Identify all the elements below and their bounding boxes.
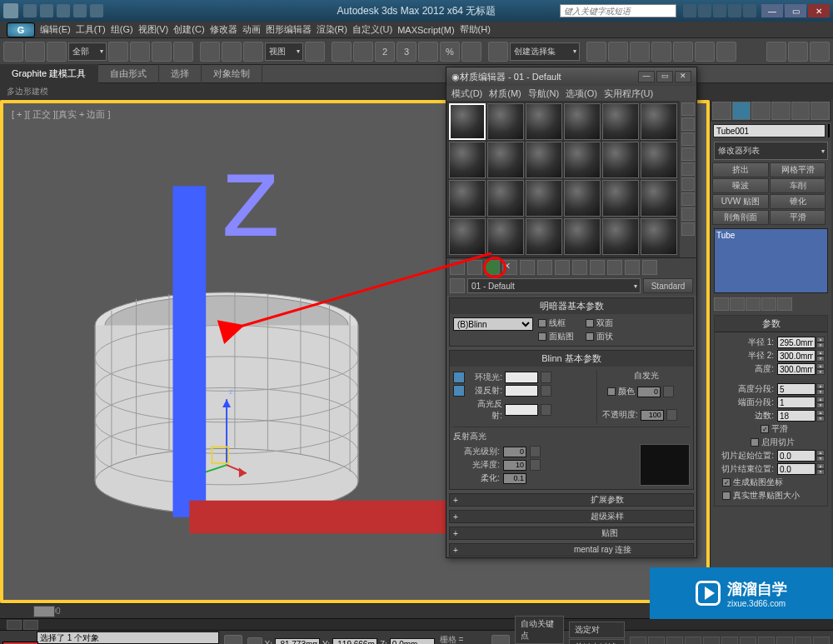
go-to-parent-icon[interactable] [625,260,640,275]
sample-slot-1[interactable] [449,103,486,140]
sample-slot-20[interactable] [487,218,524,255]
pan-icon[interactable] [721,637,738,645]
ambient-swatch[interactable] [505,372,538,383]
diffuse-lock-icon[interactable] [453,385,465,397]
background-icon[interactable] [681,132,695,146]
sample-slot-4[interactable] [564,103,601,140]
diffuse-map-btn[interactable] [541,385,551,397]
spec-level-map-btn[interactable] [530,446,541,457]
tab-display-icon[interactable] [791,102,811,120]
specular-map-btn[interactable] [541,404,551,416]
sample-slot-6[interactable] [641,103,677,140]
glossiness-map-btn[interactable] [530,459,541,471]
menu-edit[interactable]: 编辑(E) [40,23,71,36]
move-icon[interactable] [200,42,220,62]
make-copy-icon[interactable] [520,260,535,275]
configure-sets-icon[interactable] [777,297,792,311]
make-unique-icon[interactable] [746,297,761,311]
angle-snap-icon[interactable] [418,42,438,62]
material-editor-icon[interactable] [716,42,736,62]
input-heightsegs[interactable] [777,383,816,395]
mat-min-button[interactable]: — [638,71,655,82]
menu-help[interactable]: 帮助(H) [460,23,491,36]
diffuse-swatch[interactable] [505,385,538,397]
keyboard-shortcut-icon[interactable] [353,42,373,62]
object-name-field[interactable] [713,124,826,137]
time-slider-handle[interactable] [33,606,55,617]
app-logo-icon[interactable] [3,3,18,18]
tab-create-icon[interactable] [712,102,731,120]
prev-frame-icon[interactable] [648,637,665,645]
absolute-mode-icon[interactable] [247,637,262,645]
spinner-snap-icon[interactable] [461,42,481,62]
sample-slot-22[interactable] [564,218,601,255]
schematic-view-icon[interactable] [695,42,715,62]
modifier-stack[interactable]: Tube [714,228,828,293]
chk-selfillum-color[interactable] [607,387,616,396]
key-selected-button[interactable]: 选定对 [569,622,625,638]
ref-coord-system[interactable]: 视图 [265,42,303,61]
menu-views[interactable]: 视图(V) [138,23,169,36]
sample-slot-5[interactable] [602,103,639,140]
make-preview-icon[interactable] [681,177,695,191]
sample-slot-2[interactable] [487,103,524,140]
sample-type-icon[interactable] [681,102,695,116]
chk-realworld[interactable] [722,492,731,500]
help-search[interactable] [560,4,676,17]
sample-slot-16[interactable] [564,180,601,217]
ribbon-tab-graphite[interactable]: Graphite 建模工具 [0,64,98,83]
input-radius1[interactable] [777,337,816,348]
ribbon-icon[interactable] [651,42,671,62]
input-slicefrom[interactable] [777,450,816,462]
show-end-result-icon[interactable] [730,297,745,311]
menu-animation[interactable]: 动画 [242,23,261,36]
bind-spacewarp-icon[interactable] [47,42,67,62]
open-icon[interactable] [40,4,53,17]
chk-slice[interactable] [751,438,759,447]
get-material-icon[interactable] [450,260,465,275]
play-icon[interactable] [666,637,683,645]
trackbar-toggle-icon[interactable] [7,620,22,630]
soften-value[interactable] [503,473,526,484]
sample-slot-14[interactable] [487,180,524,217]
lock-selection-icon[interactable] [224,635,242,645]
render-icon[interactable] [810,42,830,62]
menu-group[interactable]: 组(G) [111,23,133,36]
btn-meshsmooth[interactable]: 网格平滑 [770,162,826,177]
put-to-scene-icon[interactable] [467,260,482,275]
material-type-button[interactable]: Standard [643,278,693,293]
pick-material-icon[interactable] [450,278,465,293]
input-capsegs[interactable] [777,397,816,408]
select-by-name-icon[interactable] [130,42,150,62]
ribbon-tab-paint[interactable]: 对象绘制 [202,64,262,83]
sample-slot-13[interactable] [449,180,486,217]
exchange-icon[interactable] [713,4,726,17]
align-icon[interactable] [608,42,628,62]
help-search-input[interactable] [560,4,676,17]
rollout-supersampling[interactable]: +超级采样 [449,510,694,523]
maximize-viewport-icon[interactable] [813,637,830,645]
opacity-map-btn[interactable] [666,409,677,421]
mat-menu-material[interactable]: 材质(M) [489,87,521,100]
object-color-swatch[interactable] [828,124,830,137]
btn-lathe[interactable]: 车削 [770,178,826,193]
backlight-icon[interactable] [681,117,695,131]
menu-modifiers[interactable]: 修改器 [210,23,237,36]
show-map-icon[interactable] [590,260,605,275]
scale-icon[interactable] [243,42,263,62]
menu-tools[interactable]: 工具(T) [76,23,106,36]
assign-to-selection-icon[interactable] [485,260,500,275]
mat-menu-modes[interactable]: 模式(D) [451,87,482,100]
btn-taper[interactable]: 锥化 [770,194,826,209]
goto-start-icon[interactable] [630,637,646,645]
rollout-blinn-header[interactable]: Blinn 基本参数 [450,351,693,367]
adaptive-degradation-icon[interactable] [491,635,510,645]
tab-motion-icon[interactable] [771,102,791,120]
named-sel-set[interactable]: 创建选择集 [510,42,580,61]
ribbon-tab-freeform[interactable]: 自由形式 [98,64,159,83]
layers-icon[interactable] [630,42,650,62]
minimize-button[interactable]: — [761,4,783,17]
sample-slot-21[interactable] [526,218,562,255]
redo-icon[interactable] [90,4,103,17]
coord-z[interactable] [390,638,435,644]
